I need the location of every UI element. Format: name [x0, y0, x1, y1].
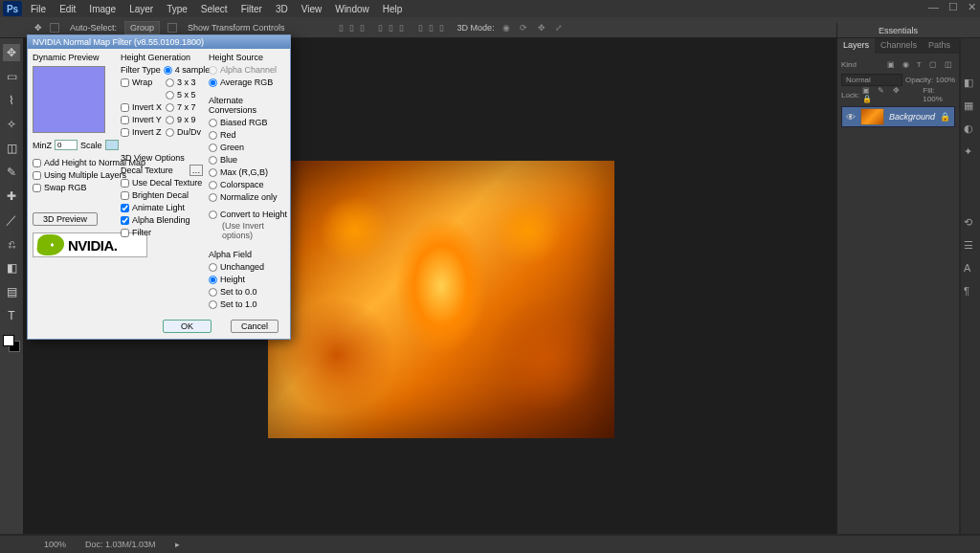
close-icon[interactable]: ✕	[968, 1, 976, 13]
stamp-tool[interactable]: ⎌	[3, 235, 20, 253]
mode-3d-icons[interactable]: ◉ ⟳ ✥ ⤢	[502, 23, 568, 33]
multi-layers-checkbox[interactable]	[33, 171, 41, 180]
crop-tool[interactable]: ◫	[3, 140, 20, 157]
blend-mode-select[interactable]: Normal	[841, 74, 902, 86]
fill-label[interactable]: Fill: 100%	[923, 86, 955, 103]
ok-button[interactable]: OK	[163, 320, 212, 333]
dudv-radio[interactable]	[166, 128, 174, 137]
fg-color[interactable]	[3, 335, 14, 346]
set0-radio[interactable]	[209, 288, 217, 297]
use-decal-checkbox[interactable]	[121, 179, 129, 188]
menu-view[interactable]: View	[301, 4, 323, 14]
brush-tool[interactable]: ／	[3, 211, 20, 229]
align-icons[interactable]: ▯▯▯ ▯▯▯ ▯▯▯	[339, 23, 450, 33]
7x7-radio[interactable]	[166, 103, 174, 112]
show-transform-checkbox[interactable]	[167, 23, 177, 33]
layer-name[interactable]: Background	[889, 112, 935, 122]
red-radio[interactable]	[209, 131, 217, 140]
document-canvas[interactable]	[268, 161, 614, 438]
filter-checkbox[interactable]	[121, 229, 129, 237]
adjustments-panel-icon[interactable]: ◐	[964, 122, 977, 136]
maximize-icon[interactable]: ☐	[948, 1, 958, 13]
auto-select-checkbox[interactable]	[50, 23, 59, 33]
inverty-checkbox[interactable]	[121, 116, 129, 124]
scale-input[interactable]	[105, 140, 119, 150]
menu-3d[interactable]: 3D	[276, 4, 288, 14]
convert-radio[interactable]	[209, 210, 217, 219]
brighten-checkbox[interactable]	[121, 191, 129, 200]
para-panel-icon[interactable]: ¶	[964, 285, 977, 299]
marquee-tool[interactable]: ▭	[3, 68, 20, 85]
unchanged-radio[interactable]	[209, 263, 217, 272]
red-label: Red	[220, 130, 236, 140]
menu-file[interactable]: File	[31, 4, 46, 14]
auto-select-target[interactable]: Group	[124, 21, 160, 34]
max-radio[interactable]	[209, 168, 217, 177]
cancel-button[interactable]: Cancel	[231, 320, 278, 333]
filter-icons[interactable]: ▣ ◉ T ▢ ◫	[887, 60, 956, 69]
workspace-switcher[interactable]: Essentials	[837, 23, 959, 38]
invertx-checkbox[interactable]	[121, 103, 129, 112]
invertx-label: Invert X	[132, 102, 163, 112]
menu-window[interactable]: Window	[335, 4, 369, 14]
tab-channels[interactable]: Channels	[875, 38, 923, 54]
move-tool[interactable]: ✥	[3, 44, 20, 61]
invertz-checkbox[interactable]	[121, 128, 129, 137]
zoom-level[interactable]: 100%	[44, 540, 66, 549]
add-height-checkbox[interactable]	[33, 159, 41, 167]
tab-paths[interactable]: Paths	[923, 38, 956, 54]
visibility-icon[interactable]: 👁	[846, 112, 856, 122]
status-arrow-icon[interactable]: ▸	[175, 540, 180, 549]
minimize-icon[interactable]: —	[928, 1, 939, 13]
set1-radio[interactable]	[209, 300, 217, 309]
type-tool[interactable]: T	[3, 307, 20, 324]
heal-tool[interactable]: ✚	[3, 188, 20, 205]
opacity-label[interactable]: Opacity: 100%	[905, 76, 955, 84]
4sample-radio[interactable]	[164, 66, 172, 75]
height-radio[interactable]	[209, 276, 217, 284]
avg-rgb-radio[interactable]	[209, 78, 217, 87]
menu-help[interactable]: Help	[383, 4, 403, 14]
9x9-radio[interactable]	[166, 116, 174, 124]
swap-rgb-checkbox[interactable]	[33, 184, 41, 192]
menu-filter[interactable]: Filter	[241, 4, 262, 14]
menu-edit[interactable]: Edit	[59, 4, 76, 14]
decal-browse-icon[interactable]: …	[189, 165, 203, 176]
biased-radio[interactable]	[209, 119, 217, 127]
layer-row[interactable]: 👁 Background 🔒	[841, 106, 955, 127]
color-panel-icon[interactable]: ◧	[964, 77, 977, 90]
blue-radio[interactable]	[209, 156, 217, 165]
lasso-tool[interactable]: ⌇	[3, 92, 20, 109]
styles-panel-icon[interactable]: ✦	[964, 145, 977, 159]
menu-image[interactable]: Image	[89, 4, 116, 14]
char-panel-icon[interactable]: A	[964, 262, 977, 276]
preview-3d-button[interactable]: 3D Preview	[33, 212, 98, 226]
wand-tool[interactable]: ✧	[3, 116, 20, 133]
menu-layer[interactable]: Layer	[129, 4, 153, 14]
layer-thumbnail[interactable]	[860, 108, 884, 125]
swatches-panel-icon[interactable]: ▦	[964, 100, 977, 113]
scale-label: Scale	[80, 141, 102, 150]
colorspace-radio[interactable]	[209, 181, 217, 189]
tab-layers[interactable]: Layers	[837, 38, 875, 54]
green-radio[interactable]	[209, 144, 217, 152]
gradient-tool[interactable]: ▤	[3, 283, 20, 300]
3x3-radio[interactable]	[166, 78, 174, 87]
5x5-radio[interactable]	[166, 91, 174, 100]
eraser-tool[interactable]: ◧	[3, 259, 20, 276]
doc-size[interactable]: Doc: 1.03M/1.03M	[85, 540, 156, 549]
alphablend-checkbox[interactable]	[121, 216, 129, 225]
normalize-radio[interactable]	[209, 193, 217, 202]
menu-type[interactable]: Type	[167, 4, 188, 14]
eyedropper-tool[interactable]: ✎	[3, 164, 20, 181]
animate-checkbox[interactable]	[121, 204, 129, 212]
properties-panel-icon[interactable]: ☰	[964, 239, 977, 253]
history-panel-icon[interactable]: ⟲	[964, 216, 977, 230]
minz-input[interactable]	[55, 140, 78, 150]
lock-icons[interactable]: ▣ ✎ ✥ 🔒	[862, 86, 917, 103]
photoshop-icon: Ps	[3, 1, 22, 16]
multi-layers-label: Using Multiple Layers	[44, 170, 126, 180]
color-swatches[interactable]	[3, 335, 20, 352]
wrap-checkbox[interactable]	[121, 78, 129, 87]
menu-select[interactable]: Select	[201, 4, 228, 14]
